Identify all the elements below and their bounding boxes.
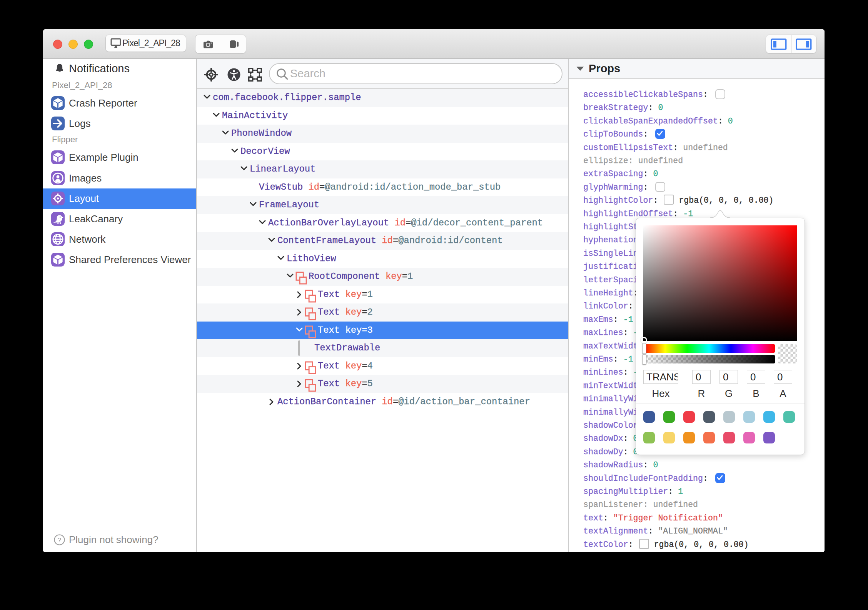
svg-text:?: ? [58, 537, 61, 544]
